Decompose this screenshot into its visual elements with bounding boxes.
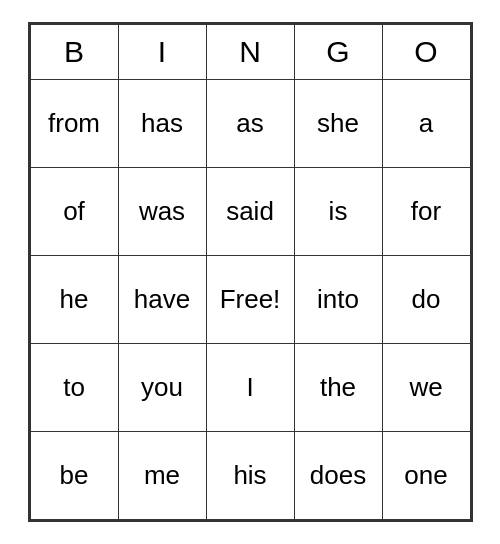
table-cell: has bbox=[118, 80, 206, 168]
table-cell: as bbox=[206, 80, 294, 168]
table-cell: do bbox=[382, 256, 470, 344]
table-cell: have bbox=[118, 256, 206, 344]
bingo-card: B I N G O fromhasassheaofwassaidisforheh… bbox=[28, 22, 473, 522]
table-cell: to bbox=[30, 344, 118, 432]
table-cell: one bbox=[382, 432, 470, 520]
table-cell: said bbox=[206, 168, 294, 256]
table-cell: I bbox=[206, 344, 294, 432]
bingo-body: fromhasassheaofwassaidisforhehaveFree!in… bbox=[30, 80, 470, 520]
table-cell: is bbox=[294, 168, 382, 256]
table-cell: into bbox=[294, 256, 382, 344]
table-cell: of bbox=[30, 168, 118, 256]
header-row: B I N G O bbox=[30, 25, 470, 80]
table-cell: his bbox=[206, 432, 294, 520]
table-row: ofwassaidisfor bbox=[30, 168, 470, 256]
table-cell: Free! bbox=[206, 256, 294, 344]
bingo-table: B I N G O fromhasassheaofwassaidisforheh… bbox=[30, 24, 471, 520]
table-row: bemehisdoesone bbox=[30, 432, 470, 520]
table-cell: she bbox=[294, 80, 382, 168]
header-g: G bbox=[294, 25, 382, 80]
table-row: toyouIthewe bbox=[30, 344, 470, 432]
header-n: N bbox=[206, 25, 294, 80]
header-i: I bbox=[118, 25, 206, 80]
table-cell: from bbox=[30, 80, 118, 168]
table-cell: he bbox=[30, 256, 118, 344]
table-cell: we bbox=[382, 344, 470, 432]
header-o: O bbox=[382, 25, 470, 80]
table-cell: does bbox=[294, 432, 382, 520]
table-cell: a bbox=[382, 80, 470, 168]
table-row: fromhasasshea bbox=[30, 80, 470, 168]
table-cell: you bbox=[118, 344, 206, 432]
header-b: B bbox=[30, 25, 118, 80]
table-cell: the bbox=[294, 344, 382, 432]
table-cell: was bbox=[118, 168, 206, 256]
table-cell: me bbox=[118, 432, 206, 520]
table-cell: for bbox=[382, 168, 470, 256]
table-row: hehaveFree!intodo bbox=[30, 256, 470, 344]
table-cell: be bbox=[30, 432, 118, 520]
